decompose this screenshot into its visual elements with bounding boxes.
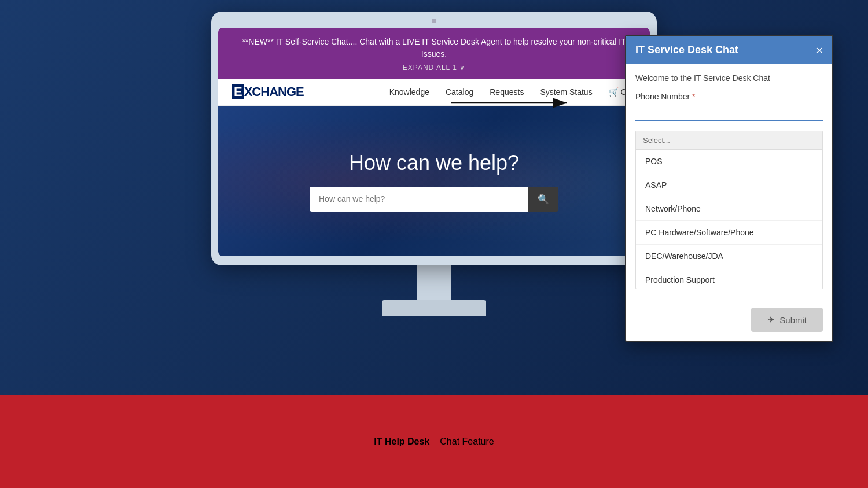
announcement-text: **NEW** IT Self-Service Chat.... Chat wi… bbox=[242, 37, 626, 58]
chat-modal-close-button[interactable]: × bbox=[816, 45, 823, 56]
chat-modal: IT Service Desk Chat × Welcome to the IT… bbox=[625, 35, 833, 342]
nav-item-system-status[interactable]: System Status bbox=[540, 87, 592, 97]
navbar-nav: Knowledge Catalog Requests System Status… bbox=[389, 87, 636, 97]
search-input[interactable] bbox=[310, 187, 528, 212]
chat-welcome-text: Welcome to the IT Service Desk Chat bbox=[635, 73, 823, 83]
submit-area: ✈ Submit bbox=[626, 308, 832, 341]
announcement-bar: × **NEW** IT Self-Service Chat.... Chat … bbox=[218, 28, 650, 79]
phone-field-label: Phone Number * bbox=[635, 92, 823, 101]
nav-item-requests[interactable]: Requests bbox=[490, 87, 524, 97]
bottom-banner-light-text: Chat Feature bbox=[440, 437, 494, 447]
hero-section: How can we help? 🔍 bbox=[218, 106, 650, 256]
dropdown-item-asap[interactable]: ASAP bbox=[636, 173, 822, 197]
bottom-banner-content: IT Help Desk Chat Feature bbox=[374, 437, 494, 447]
monitor-stand-neck bbox=[417, 265, 451, 300]
monitor-screen: × **NEW** IT Self-Service Chat.... Chat … bbox=[218, 28, 650, 256]
nav-item-catalog[interactable]: Catalog bbox=[446, 87, 473, 97]
submit-label: Submit bbox=[779, 315, 807, 325]
bottom-banner: IT Help Desk Chat Feature bbox=[0, 395, 868, 488]
required-marker: * bbox=[692, 92, 695, 101]
navbar-logo: EXCHANGE bbox=[232, 84, 304, 99]
dropdown-item-network-phone[interactable]: Network/Phone bbox=[636, 197, 822, 221]
chat-modal-header: IT Service Desk Chat × bbox=[626, 36, 832, 64]
dropdown-item-dec-warehouse[interactable]: DEC/Warehouse/JDA bbox=[636, 245, 822, 268]
navbar: EXCHANGE Knowledge Catalog Requests Syst… bbox=[218, 79, 650, 106]
submit-icon: ✈ bbox=[767, 315, 775, 325]
expand-link[interactable]: EXPAND ALL 1 ∨ bbox=[241, 62, 627, 73]
hero-search: 🔍 bbox=[310, 187, 558, 212]
monitor-dot bbox=[432, 19, 436, 23]
chat-modal-body: Welcome to the IT Service Desk Chat Phon… bbox=[626, 64, 832, 308]
dropdown-item-pc-hardware[interactable]: PC Hardware/Software/Phone bbox=[636, 221, 822, 245]
chat-dropdown-list: POS ASAP Network/Phone PC Hardware/Softw… bbox=[636, 150, 822, 289]
chat-dropdown-wrapper: Select... POS ASAP Network/Phone PC Hard… bbox=[635, 131, 823, 289]
monitor-wrapper: × **NEW** IT Self-Service Chat.... Chat … bbox=[211, 12, 657, 316]
dropdown-item-pos[interactable]: POS bbox=[636, 150, 822, 173]
dropdown-item-production[interactable]: Production Support bbox=[636, 268, 822, 289]
submit-button[interactable]: ✈ Submit bbox=[751, 308, 823, 332]
phone-number-input[interactable] bbox=[635, 103, 823, 121]
bottom-banner-bold-text: IT Help Desk bbox=[374, 437, 429, 447]
monitor-frame: × **NEW** IT Self-Service Chat.... Chat … bbox=[211, 12, 657, 265]
monitor-stand-base bbox=[382, 300, 486, 316]
logo-letter: E bbox=[232, 84, 244, 99]
hero-title: How can we help? bbox=[349, 151, 519, 175]
chat-dropdown-header[interactable]: Select... bbox=[636, 131, 822, 150]
nav-item-knowledge[interactable]: Knowledge bbox=[389, 87, 429, 97]
search-button[interactable]: 🔍 bbox=[528, 187, 558, 212]
chat-modal-title: IT Service Desk Chat bbox=[635, 44, 738, 56]
